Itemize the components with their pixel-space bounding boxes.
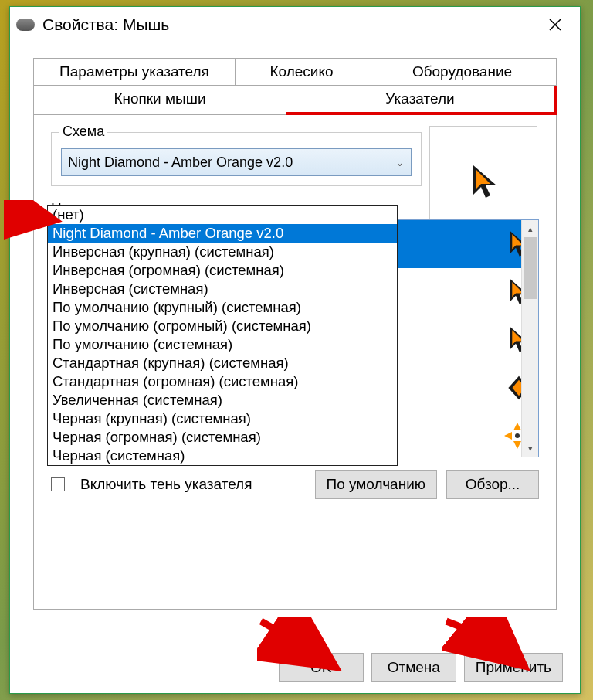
window-title: Свойства: Мышь (42, 15, 537, 34)
apply-button[interactable]: Применить (464, 653, 563, 682)
close-button[interactable] (537, 10, 574, 39)
tab-pointer-options[interactable]: Параметры указателя (33, 58, 236, 86)
svg-marker-1 (513, 441, 521, 449)
scheme-option[interactable]: Инверсная (огромная) (системная) (48, 261, 397, 280)
default-button[interactable]: По умолчанию (315, 470, 438, 499)
ok-button[interactable]: OK (279, 653, 364, 682)
scheme-option[interactable]: Черная (системная) (48, 447, 397, 465)
svg-point-4 (515, 433, 520, 438)
scheme-option[interactable]: Стандартная (огромная) (системная) (48, 372, 397, 391)
tab-strip: Параметры указателя Колесико Оборудовани… (33, 58, 557, 115)
dialog-button-row: OK Отмена Применить (279, 653, 563, 682)
scheme-selected-value: Night Diamond - Amber Orange v2.0 (68, 155, 395, 171)
scheme-dropdown-list[interactable]: (нет) Night Diamond - Amber Orange v2.0 … (47, 205, 398, 466)
scheme-option[interactable]: Стандартная (крупная) (системная) (48, 354, 397, 372)
controls-row: Включить тень указателя По умолчанию Обз… (51, 470, 539, 499)
svg-marker-0 (513, 423, 521, 430)
scheme-option[interactable]: Night Diamond - Amber Orange v2.0 (48, 224, 397, 243)
scheme-option[interactable]: Инверсная (крупная) (системная) (48, 243, 397, 261)
scheme-fieldset: Схема Night Diamond - Amber Orange v2.0 … (51, 132, 422, 186)
svg-marker-2 (504, 432, 512, 440)
tab-pointers[interactable]: Указатели (286, 86, 557, 115)
scroll-down-icon[interactable]: ▾ (522, 440, 538, 457)
scheme-option[interactable]: Черная (огромная) (системная) (48, 428, 397, 447)
scroll-up-icon[interactable]: ▴ (522, 220, 538, 237)
browse-button[interactable]: Обзор... (446, 470, 539, 499)
tab-hardware[interactable]: Оборудование (368, 58, 557, 86)
tab-buttons[interactable]: Кнопки мыши (33, 86, 286, 115)
shadow-label: Включить тень указателя (80, 476, 252, 493)
scheme-label: Схема (59, 124, 107, 140)
scheme-option[interactable]: (нет) (48, 206, 397, 224)
scheme-option[interactable]: Черная (крупная) (системная) (48, 409, 397, 428)
chevron-down-icon: ⌄ (395, 156, 405, 168)
titlebar: Свойства: Мышь (10, 7, 580, 42)
tab-wheel[interactable]: Колесико (236, 58, 368, 86)
scheme-option[interactable]: Увеличенная (системная) (48, 391, 397, 409)
scheme-option[interactable]: Инверсная (системная) (48, 280, 397, 298)
scheme-option[interactable]: По умолчанию (огромный) (системная) (48, 317, 397, 335)
listbox-scrollbar[interactable]: ▴ ▾ (521, 220, 538, 457)
mouse-properties-dialog: Свойства: Мышь Параметры указателя Колес… (9, 6, 581, 694)
cancel-button[interactable]: Отмена (371, 653, 456, 682)
cursor-preview-box (429, 126, 537, 234)
scheme-dropdown[interactable]: Night Diamond - Amber Orange v2.0 ⌄ (61, 148, 412, 176)
scheme-option[interactable]: По умолчанию (системная) (48, 335, 397, 354)
mouse-icon (16, 19, 35, 31)
amber-cursor-icon (469, 164, 498, 196)
scheme-option[interactable]: По умолчанию (крупный) (системная) (48, 298, 397, 317)
shadow-checkbox[interactable] (51, 477, 65, 491)
scroll-thumb[interactable] (524, 237, 537, 299)
